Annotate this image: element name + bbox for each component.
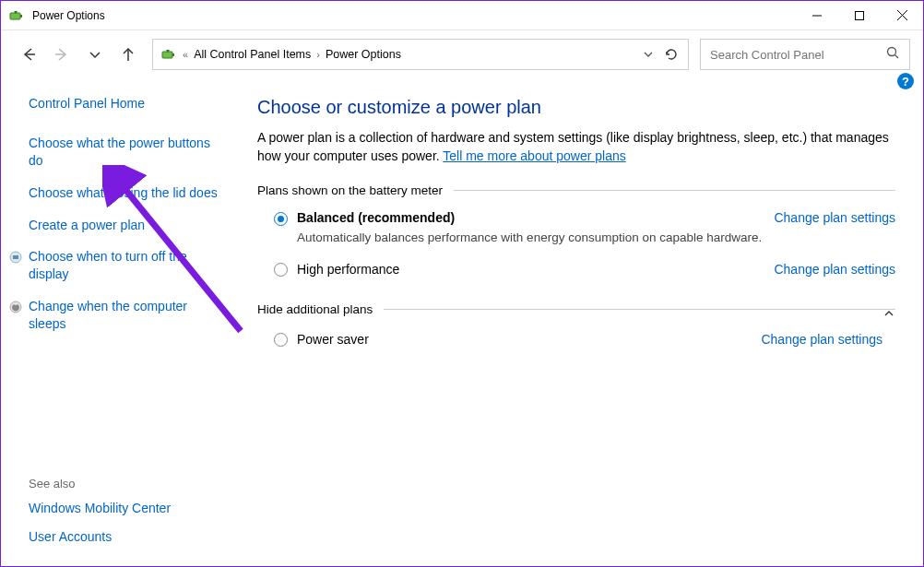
radio-balanced[interactable] [274, 212, 288, 226]
sidebar-task-computer-sleeps[interactable]: Change when the computer sleeps [29, 298, 222, 333]
collapse-chevron-icon[interactable] [883, 307, 895, 323]
battery-meter-plans-group: Plans shown on the battery meter Balance… [257, 183, 895, 289]
navigation-bar: « All Control Panel Items › Power Option… [1, 30, 923, 78]
up-button[interactable] [113, 40, 143, 69]
plan-name-high-performance[interactable]: High performance [297, 262, 763, 277]
related-mobility-center[interactable]: Windows Mobility Center [29, 500, 222, 517]
sidebar-task-closing-lid[interactable]: Choose what closing the lid does [29, 184, 222, 202]
plan-row-balanced: Balanced (recommended) Automatically bal… [257, 197, 895, 246]
additional-plans-group: Hide additional plans Power saver Change… [257, 302, 895, 360]
address-dropdown[interactable] [638, 40, 658, 69]
radio-high-performance[interactable] [274, 263, 288, 277]
search-icon[interactable] [886, 46, 900, 64]
minimize-button[interactable] [796, 1, 838, 30]
refresh-button[interactable] [658, 40, 684, 69]
svg-line-12 [895, 54, 899, 58]
breadcrumb-item-1[interactable]: All Control Panel Items [190, 48, 314, 61]
svg-rect-14 [13, 255, 18, 259]
content-area: Control Panel Home Choose what the power… [1, 78, 923, 567]
breadcrumb-item-2[interactable]: Power Options [322, 48, 405, 61]
maximize-button[interactable] [838, 1, 881, 30]
svg-rect-3 [856, 11, 864, 19]
plan-name-balanced[interactable]: Balanced (recommended) [297, 210, 763, 225]
intro-learn-more-link[interactable]: Tell me more about power plans [443, 148, 625, 163]
recent-dropdown[interactable] [80, 40, 110, 69]
svg-rect-1 [20, 15, 22, 18]
sidebar-task-power-buttons[interactable]: Choose what the power buttons do [29, 135, 222, 170]
display-off-icon [9, 251, 22, 264]
change-plan-power-saver[interactable]: Change plan settings [761, 332, 883, 347]
close-button[interactable] [881, 1, 923, 30]
page-heading: Choose or customize a power plan [257, 97, 895, 118]
plan-row-power-saver: Power saver Change plan settings [257, 316, 883, 360]
search-input[interactable] [710, 48, 886, 62]
plan-name-power-saver[interactable]: Power saver [297, 332, 750, 347]
svg-rect-9 [162, 52, 172, 58]
window-title: Power Options [32, 9, 796, 22]
svg-point-11 [888, 47, 896, 55]
chevron-right-icon: › [314, 49, 322, 60]
back-button[interactable] [14, 40, 43, 69]
search-box[interactable] [700, 39, 910, 70]
window-controls [796, 1, 923, 30]
change-plan-high-performance[interactable]: Change plan settings [774, 262, 895, 277]
related-user-accounts[interactable]: User Accounts [29, 528, 222, 546]
intro-paragraph: A power plan is a collection of hardware… [257, 129, 895, 165]
sidebar-task-create-plan[interactable]: Create a power plan [29, 217, 222, 234]
radio-power-saver[interactable] [274, 333, 288, 347]
see-also-label: See also [29, 477, 222, 490]
breadcrumb-prefix: « [181, 49, 190, 60]
plan-row-high-performance: High performance Change plan settings [257, 246, 895, 289]
svg-rect-0 [10, 13, 20, 19]
battery-addr-icon [160, 46, 177, 63]
forward-button[interactable] [47, 40, 77, 69]
change-plan-balanced[interactable]: Change plan settings [774, 210, 895, 225]
control-panel-home-link[interactable]: Control Panel Home [29, 95, 222, 112]
sleep-icon [9, 301, 22, 313]
battery-meter-legend: Plans shown on the battery meter [257, 183, 454, 197]
additional-plans-legend[interactable]: Hide additional plans [257, 302, 384, 316]
title-bar: Power Options [1, 1, 923, 30]
plan-desc-balanced: Automatically balances performance with … [297, 230, 763, 244]
sidebar-task-turn-off-display[interactable]: Choose when to turn off the display [29, 248, 222, 283]
sidebar: Control Panel Home Choose what the power… [1, 78, 239, 567]
battery-app-icon [8, 7, 25, 24]
address-bar[interactable]: « All Control Panel Items › Power Option… [152, 39, 689, 70]
main-panel: Choose or customize a power plan A power… [239, 78, 923, 567]
svg-rect-10 [172, 53, 174, 56]
